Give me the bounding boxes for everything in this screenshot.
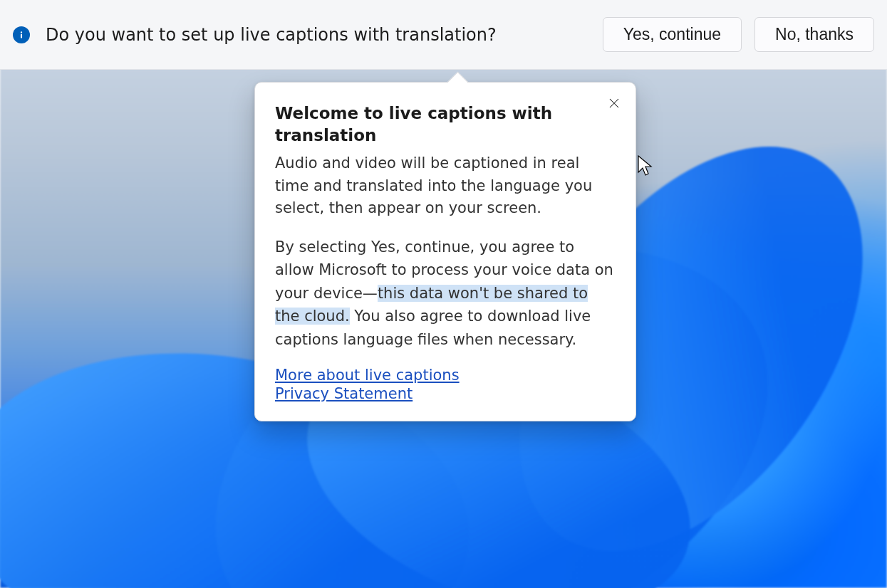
svg-point-0	[21, 31, 22, 33]
yes-continue-button[interactable]: Yes, continue	[603, 17, 742, 52]
caption-setup-bar: Do you want to set up live captions with…	[0, 0, 887, 70]
popup-description: Audio and video will be captioned in rea…	[275, 152, 616, 220]
close-button[interactable]	[603, 93, 626, 115]
welcome-popup: Welcome to live captions with translatio…	[254, 82, 636, 421]
no-thanks-button[interactable]: No, thanks	[754, 17, 874, 52]
privacy-statement-link[interactable]: Privacy Statement	[275, 385, 413, 402]
prompt-text: Do you want to set up live captions with…	[46, 25, 497, 45]
svg-rect-1	[21, 33, 22, 38]
popup-agreement: By selecting Yes, continue, you agree to…	[275, 236, 616, 352]
more-about-link[interactable]: More about live captions	[275, 367, 460, 384]
info-icon	[13, 26, 30, 43]
popup-title: Welcome to live captions with translatio…	[275, 103, 587, 147]
close-icon	[608, 97, 621, 112]
